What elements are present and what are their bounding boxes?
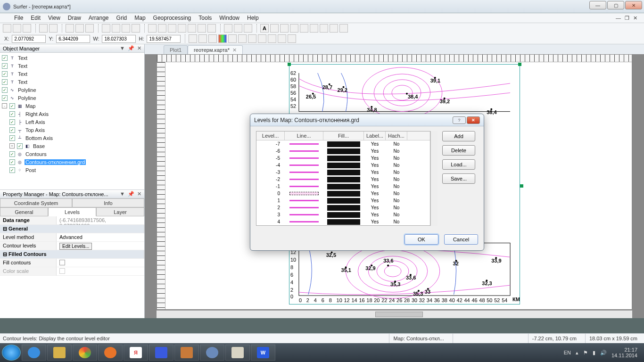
- tray-date[interactable]: 14.11.2014: [611, 353, 637, 358]
- load-button[interactable]: Load...: [442, 159, 475, 170]
- tool-ellipse-icon[interactable]: [198, 24, 206, 33]
- minimize-button[interactable]: —: [589, 1, 606, 9]
- taskbar-chrome[interactable]: [73, 345, 97, 361]
- tool-text-icon[interactable]: [158, 24, 166, 33]
- tree-node[interactable]: ✓TText: [0, 62, 144, 70]
- panel-pin-icon[interactable]: 📌: [128, 45, 134, 51]
- tool-grid-2-icon[interactable]: [280, 24, 289, 33]
- menu-map[interactable]: Map: [131, 14, 149, 22]
- mdi-restore-button[interactable]: ❐: [625, 15, 629, 21]
- tool-polygon-icon[interactable]: [178, 24, 186, 33]
- tree-node[interactable]: ✓TText: [0, 70, 144, 78]
- save-button[interactable]: Save...: [442, 173, 475, 184]
- tool-map-9-icon[interactable]: [268, 34, 276, 43]
- ok-button[interactable]: OK: [405, 234, 438, 245]
- tool-grid-6-icon[interactable]: [320, 24, 328, 33]
- add-button[interactable]: Add: [442, 131, 475, 141]
- menu-window[interactable]: Window: [215, 14, 243, 22]
- tool-map-1-icon[interactable]: [189, 34, 197, 43]
- grid-scrollbar[interactable]: [430, 131, 438, 226]
- menu-edit[interactable]: Edit: [27, 14, 44, 22]
- col-line[interactable]: Line...: [285, 132, 323, 140]
- tool-new-icon[interactable]: [3, 24, 11, 33]
- tab-geotherm[interactable]: геотерм.карта*✕: [188, 45, 243, 54]
- panel-close-icon[interactable]: ✕: [137, 191, 141, 197]
- tree-node[interactable]: ✓∿Polyline: [0, 94, 144, 102]
- level-row[interactable]: -6YesNo: [256, 148, 430, 155]
- col-hach[interactable]: Hach...: [386, 132, 407, 140]
- menu-draw[interactable]: Draw: [64, 14, 85, 22]
- tree-node[interactable]: ✓◎Contours-отклонения.grd: [0, 158, 144, 166]
- panel-pin-icon[interactable]: 📌: [128, 191, 134, 197]
- level-row[interactable]: 0YesNo: [256, 190, 430, 197]
- tool-pointer-icon[interactable]: [148, 24, 157, 33]
- tool-pan-icon[interactable]: [122, 24, 130, 33]
- tray-up-icon[interactable]: ▴: [576, 350, 578, 356]
- taskbar-save[interactable]: [149, 345, 173, 361]
- panel-close-icon[interactable]: ✕: [137, 45, 141, 51]
- maximize-button[interactable]: ▢: [607, 1, 624, 9]
- tab-coordinate-system[interactable]: Coordinate System: [0, 198, 72, 207]
- level-row[interactable]: 2YesNo: [256, 204, 430, 211]
- tab-levels[interactable]: Levels: [48, 207, 96, 216]
- tree-node[interactable]: ✓┤Right Axis: [0, 110, 144, 118]
- level-row[interactable]: -4YesNo: [256, 162, 430, 169]
- tool-move-icon[interactable]: [224, 24, 232, 33]
- col-fill[interactable]: Fill...: [323, 132, 364, 140]
- fill-contours-checkbox[interactable]: [59, 260, 65, 265]
- taskbar-yandex[interactable]: Я: [124, 345, 148, 361]
- level-row[interactable]: -5YesNo: [256, 155, 430, 162]
- tool-zoom-icon[interactable]: [112, 24, 120, 33]
- tree-node[interactable]: ✓├Left Axis: [0, 118, 144, 126]
- tool-map-3-icon[interactable]: [208, 34, 217, 43]
- tray-flag-icon[interactable]: ⚑: [583, 350, 588, 356]
- tab-info[interactable]: Info: [72, 198, 144, 207]
- level-row[interactable]: 3YesNo: [256, 211, 430, 218]
- tool-grid-4-icon[interactable]: [300, 24, 308, 33]
- menu-arrange[interactable]: Arrange: [85, 14, 113, 22]
- coord-x-value[interactable]: 2.077092: [12, 35, 46, 43]
- taskbar-explorer[interactable]: [47, 345, 72, 361]
- menu-geoprocessing[interactable]: Geoprocessing: [149, 14, 195, 22]
- tool-undo-icon[interactable]: [39, 24, 48, 33]
- panel-dropdown-icon[interactable]: ▼: [120, 191, 125, 197]
- tool-redo-icon[interactable]: [49, 24, 58, 33]
- tool-map-6-icon[interactable]: [238, 34, 247, 43]
- tool-grid-3-icon[interactable]: [290, 24, 298, 33]
- menu-tools[interactable]: Tools: [195, 14, 215, 22]
- tool-copy-icon[interactable]: [75, 24, 84, 33]
- tray-network-icon[interactable]: ▮: [593, 350, 595, 356]
- tab-plot1[interactable]: Plot1: [164, 45, 188, 54]
- col-label[interactable]: Label...: [364, 132, 386, 140]
- level-row[interactable]: 1YesNo: [256, 197, 430, 204]
- dialog-help-button[interactable]: ?: [453, 116, 466, 124]
- tool-map-11-icon[interactable]: [288, 34, 296, 43]
- taskbar[interactable]: Я W EN ▴ ⚑ ▮ 🔊 21:17 14.11.2014: [0, 343, 644, 362]
- coord-h-value[interactable]: 19.587457: [147, 35, 181, 43]
- edit-levels-button[interactable]: Edit Levels...: [59, 243, 92, 250]
- tool-fit-icon[interactable]: [132, 24, 140, 33]
- taskbar-surfer[interactable]: [200, 345, 224, 361]
- col-level[interactable]: Level...: [256, 132, 285, 140]
- tree-node[interactable]: ✓⁘Post: [0, 166, 144, 174]
- tool-map-5-icon[interactable]: [228, 34, 237, 43]
- start-button[interactable]: [2, 345, 21, 361]
- level-row[interactable]: -2YesNo: [256, 176, 430, 183]
- tool-symbol-icon[interactable]: [207, 24, 216, 33]
- taskbar-ie[interactable]: [22, 345, 46, 361]
- tool-map-8-icon[interactable]: [258, 34, 266, 43]
- tree-node[interactable]: ✓◎Contours: [0, 150, 144, 158]
- tool-open-icon[interactable]: [13, 24, 21, 33]
- tab-layer[interactable]: Layer: [96, 207, 144, 216]
- tree-node[interactable]: +✓◧Base: [0, 142, 144, 150]
- coord-w-value[interactable]: 18.027303: [102, 35, 136, 43]
- menu-grid[interactable]: Grid: [113, 14, 131, 22]
- close-button[interactable]: ✕: [625, 1, 642, 9]
- tool-font-a-icon[interactable]: A: [260, 24, 269, 33]
- scrollbar-horizontal[interactable]: [157, 310, 632, 318]
- object-tree[interactable]: ✓TText✓TText✓TText✓TText✓∿Polyline✓∿Poly…: [0, 53, 144, 189]
- tool-rect-icon[interactable]: [188, 24, 196, 33]
- coord-y-value[interactable]: 6.344209: [56, 35, 90, 43]
- level-row[interactable]: -3YesNo: [256, 169, 430, 176]
- tree-node[interactable]: ✓TText: [0, 54, 144, 62]
